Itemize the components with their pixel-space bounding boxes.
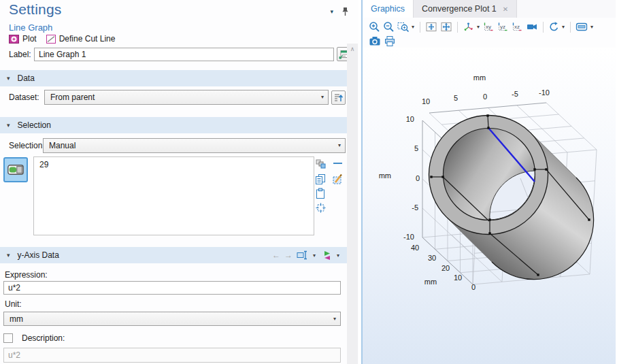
tab-graphics[interactable]: Graphics: [363, 0, 413, 18]
tab-label: Graphics: [371, 4, 405, 14]
zoom-in-button[interactable]: [369, 21, 380, 33]
selection-entity-list[interactable]: 29: [33, 156, 314, 235]
active-selection-toggle-button[interactable]: [3, 157, 28, 182]
svg-text:-10: -10: [539, 88, 550, 97]
expression-input[interactable]: [3, 281, 341, 295]
section-title: y-Axis Data: [18, 250, 59, 260]
description-label: Description:: [22, 333, 65, 343]
copy-selection-button[interactable]: [315, 173, 326, 187]
zoom-box-button[interactable]: [397, 21, 410, 33]
define-cut-line-label: Define Cut Line: [59, 34, 116, 44]
section-header-data[interactable]: ▾ Data: [0, 70, 348, 86]
toolbar-separator: [457, 22, 458, 33]
plot-button-label: Plot: [22, 34, 37, 44]
toolbar-separator: [420, 22, 420, 33]
label-field-label: Label:: [9, 50, 26, 59]
create-selection-button[interactable]: [315, 159, 326, 171]
paste-icon: [315, 188, 326, 199]
settings-panel: Settings ▾ Line Graph Plot Define Cut Li…: [0, 0, 358, 364]
section-header-selection[interactable]: ▾ Selection: [0, 117, 348, 133]
svg-text:yz: yz: [500, 24, 505, 30]
tab-convergence-plot-1[interactable]: Convergence Plot 1 ✕: [413, 0, 517, 18]
selection-entity[interactable]: 29: [34, 157, 314, 169]
toggle-icon: [7, 165, 24, 175]
zoom-to-selection-button[interactable]: [315, 202, 327, 216]
caret-icon[interactable]: ▾: [313, 252, 316, 259]
copy-icon: [315, 173, 326, 185]
tab-label: Convergence Plot 1: [422, 4, 497, 14]
description-checkbox[interactable]: [3, 333, 13, 343]
svg-text:5: 5: [454, 94, 458, 102]
default-view-button[interactable]: [526, 21, 538, 33]
svg-text:5: 5: [414, 144, 418, 152]
section-header-y-axis-data[interactable]: ▾ y-Axis Data ← → ▾ ▾: [0, 247, 348, 263]
section-title: Data: [18, 73, 35, 83]
svg-text:-10: -10: [403, 233, 414, 241]
paste-selection-button[interactable]: [315, 188, 326, 201]
axis-orientation-button[interactable]: [463, 21, 475, 33]
collapse-caret-icon: ▾: [7, 75, 10, 82]
label-input[interactable]: [34, 48, 334, 61]
selection-label: Selection:: [9, 141, 43, 150]
scene-light-button[interactable]: [576, 21, 588, 33]
close-icon[interactable]: ✕: [503, 5, 508, 13]
replace-expression-icon[interactable]: [297, 250, 308, 261]
define-cut-line-button[interactable]: Define Cut Line: [46, 34, 116, 44]
go-to-source-button[interactable]: [331, 90, 346, 105]
selection-combobox[interactable]: Manual ▾: [43, 138, 346, 153]
minus-icon: [333, 160, 343, 167]
panel-menu-caret-icon[interactable]: ▾: [330, 8, 333, 15]
caret-icon[interactable]: ▾: [562, 24, 565, 30]
dataset-value: From parent: [50, 93, 95, 102]
next-expression-icon[interactable]: →: [284, 250, 293, 260]
svg-text:0: 0: [471, 283, 476, 291]
caret-icon[interactable]: ▾: [590, 24, 593, 30]
collapse-caret-icon: ▾: [7, 252, 10, 259]
svg-text:-5: -5: [412, 203, 418, 212]
zoom-to-selection-icon: [315, 202, 327, 214]
snapshot-button[interactable]: [369, 35, 381, 47]
svg-text:xy: xy: [486, 24, 491, 30]
view-xz-button[interactable]: xz: [512, 21, 523, 33]
settings-title-row: Settings ▾: [9, 1, 349, 18]
remove-from-selection-button[interactable]: [333, 159, 343, 169]
svg-text:0: 0: [483, 93, 487, 101]
caret-icon[interactable]: ▾: [477, 24, 480, 30]
view-yz-button[interactable]: yz: [497, 21, 509, 33]
print-button[interactable]: [384, 35, 396, 47]
go-to-source-icon: [333, 93, 344, 103]
clear-selection-button[interactable]: [332, 173, 344, 187]
scroll-up-icon[interactable]: ∧: [350, 44, 355, 364]
svg-text:xz: xz: [514, 24, 520, 30]
previous-expression-icon[interactable]: ←: [272, 250, 280, 260]
section-title: Selection: [18, 120, 51, 130]
zoom-out-button[interactable]: [383, 21, 395, 33]
unit-label: Unit:: [5, 299, 22, 309]
description-input: [3, 348, 341, 363]
plot-canvas[interactable]: mm 10 5 0 -5 -10 mm 10 5 0 -5 -10 40 30 …: [363, 48, 616, 364]
dataset-combobox[interactable]: From parent ▾: [44, 90, 329, 105]
collapse-caret-icon: ▾: [7, 122, 10, 129]
view-xy-button[interactable]: xy: [483, 21, 495, 33]
zoom-extents-button[interactable]: [425, 21, 437, 33]
z-axis-unit: mm: [424, 278, 437, 286]
svg-text:40: 40: [411, 244, 419, 252]
settings-title: Settings: [9, 1, 61, 18]
plot-3d[interactable]: mm 10 5 0 -5 -10 mm 10 5 0 -5 -10 40 30 …: [363, 48, 616, 364]
clear-selection-icon: [332, 173, 344, 185]
plot-button[interactable]: Plot: [9, 34, 37, 44]
pin-icon[interactable]: [341, 7, 349, 16]
graphics-panel: Graphics Convergence Plot 1 ✕ ▾: [363, 0, 616, 364]
insert-expression-icon[interactable]: [322, 250, 332, 261]
caret-icon[interactable]: ▾: [412, 24, 414, 30]
zoom-to-fit-button[interactable]: [440, 21, 452, 33]
dataset-label: Dataset:: [9, 93, 44, 102]
svg-text:10: 10: [422, 97, 430, 105]
node-type-label: Line Graph: [9, 22, 52, 33]
combo-caret-icon: ▾: [333, 316, 336, 322]
rotate-view-button[interactable]: [548, 21, 560, 33]
settings-scrollbar[interactable]: ∧: [347, 44, 358, 364]
unit-combobox[interactable]: mm ▾: [3, 312, 341, 326]
graphics-toolbar: ▾ ▾ xy yz xz: [363, 18, 616, 49]
caret-icon[interactable]: ▾: [337, 252, 339, 259]
